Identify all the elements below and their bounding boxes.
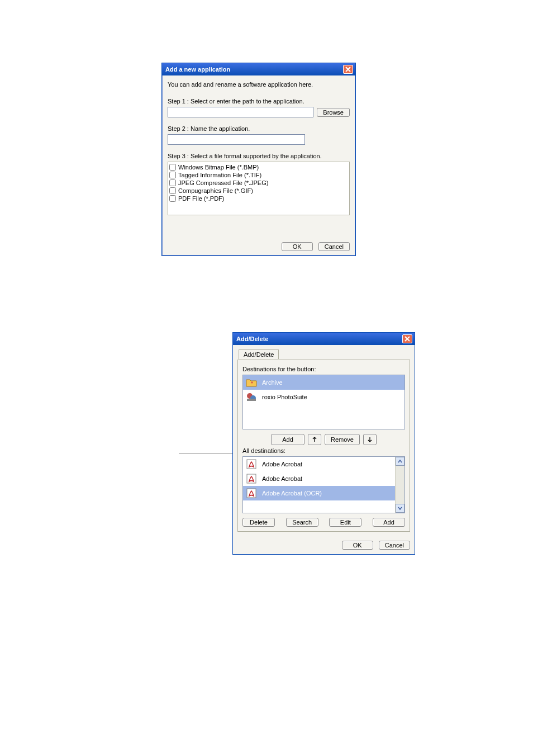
format-checkbox[interactable] bbox=[169, 164, 176, 171]
list-item-label: Archive bbox=[262, 379, 283, 386]
list-item-label: Adobe Acrobat bbox=[262, 461, 302, 467]
ok-button[interactable]: OK bbox=[282, 242, 313, 251]
format-checkbox[interactable] bbox=[169, 195, 176, 202]
close-button[interactable] bbox=[343, 65, 353, 74]
format-checkbox[interactable] bbox=[169, 172, 176, 178]
tab-add-delete[interactable]: Add/Delete bbox=[239, 349, 279, 359]
file-formats-list: Windows Bitmap File (*.BMP) Tagged Infor… bbox=[168, 162, 350, 215]
browse-button[interactable]: Browse bbox=[317, 108, 350, 117]
format-label: PDF File (*.PDF) bbox=[178, 195, 225, 202]
folder-icon bbox=[245, 377, 258, 388]
add-application-dialog: Add a new application You can add and re… bbox=[161, 63, 356, 256]
chevron-down-icon bbox=[398, 506, 402, 511]
add-delete-dialog: Add/Delete Add/Delete Destinations for t… bbox=[232, 332, 415, 555]
destinations-list[interactable]: Archive roxio PhotoSuite bbox=[242, 375, 405, 429]
format-option[interactable]: JPEG Compressed File (*.JPEG) bbox=[169, 179, 348, 187]
cancel-button[interactable]: Cancel bbox=[318, 242, 350, 251]
tab-panel: Destinations for the button: Archive bbox=[237, 360, 410, 532]
search-button[interactable]: Search bbox=[286, 518, 318, 527]
arrow-down-icon bbox=[367, 437, 373, 442]
acrobat-icon bbox=[245, 488, 258, 499]
cancel-button[interactable]: Cancel bbox=[379, 541, 410, 550]
svg-rect-3 bbox=[247, 460, 256, 469]
close-icon bbox=[345, 67, 351, 72]
format-option[interactable]: PDF File (*.PDF) bbox=[169, 195, 348, 202]
scrollbar[interactable] bbox=[395, 457, 404, 513]
decorative-line bbox=[179, 453, 232, 453]
format-label: Compugraphics File (*.GIF) bbox=[178, 187, 253, 194]
delete-button[interactable]: Delete bbox=[242, 518, 275, 527]
dialog-title: Add a new application bbox=[165, 66, 230, 73]
application-name-input[interactable] bbox=[168, 134, 305, 145]
svg-rect-2 bbox=[247, 399, 256, 401]
move-up-button[interactable] bbox=[308, 434, 321, 445]
chevron-up-icon bbox=[398, 459, 402, 464]
destinations-caption: Destinations for the button: bbox=[242, 366, 405, 372]
format-option[interactable]: Tagged Information File (*.TIF) bbox=[169, 171, 348, 179]
move-down-button[interactable] bbox=[363, 434, 377, 445]
list-item-label: Adobe Acrobat (OCR) bbox=[262, 490, 322, 497]
intro-text: You can add and rename a software applic… bbox=[168, 81, 350, 88]
dialog-title: Add/Delete bbox=[236, 336, 268, 342]
dialog-titlebar: Add a new application bbox=[162, 63, 355, 75]
acrobat-icon bbox=[245, 473, 258, 484]
format-label: Windows Bitmap File (*.BMP) bbox=[178, 164, 259, 171]
list-item[interactable]: Adobe Acrobat bbox=[243, 457, 404, 471]
app-icon bbox=[245, 391, 258, 403]
list-item[interactable]: roxio PhotoSuite bbox=[243, 390, 404, 404]
close-icon bbox=[404, 336, 410, 342]
svg-rect-4 bbox=[247, 474, 256, 483]
format-checkbox[interactable] bbox=[169, 179, 176, 186]
edit-button[interactable]: Edit bbox=[329, 518, 361, 527]
all-destinations-list[interactable]: Adobe Acrobat Adobe Acrobat Adobe Acroba… bbox=[242, 456, 405, 513]
format-option[interactable]: Compugraphics File (*.GIF) bbox=[169, 187, 348, 195]
list-item[interactable]: Archive bbox=[243, 375, 404, 390]
add-button[interactable]: Add bbox=[373, 518, 405, 527]
add-destination-button[interactable]: Add bbox=[271, 434, 304, 445]
list-item[interactable]: Adobe Acrobat (OCR) bbox=[243, 486, 404, 500]
list-item-label: Adobe Acrobat bbox=[262, 475, 302, 482]
dialog-titlebar: Add/Delete bbox=[233, 333, 415, 345]
ok-button[interactable]: OK bbox=[342, 541, 373, 550]
format-option[interactable]: Windows Bitmap File (*.BMP) bbox=[169, 163, 348, 171]
step1-label: Step 1 : Select or enter the path to the… bbox=[168, 98, 350, 105]
format-label: Tagged Information File (*.TIF) bbox=[178, 172, 261, 178]
application-path-input[interactable] bbox=[168, 107, 313, 117]
step3-label: Step 3 : Select a file format supported … bbox=[168, 153, 350, 159]
format-label: JPEG Compressed File (*.JPEG) bbox=[178, 179, 268, 186]
list-item[interactable]: Adobe Acrobat bbox=[243, 471, 404, 486]
scroll-down-button[interactable] bbox=[396, 504, 404, 513]
arrow-up-icon bbox=[312, 437, 317, 442]
format-checkbox[interactable] bbox=[169, 187, 176, 194]
all-destinations-caption: All destinations: bbox=[242, 447, 405, 454]
tab-strip: Add/Delete bbox=[237, 348, 410, 360]
svg-rect-5 bbox=[247, 489, 256, 498]
close-button[interactable] bbox=[402, 334, 412, 343]
scroll-up-button[interactable] bbox=[396, 457, 404, 466]
acrobat-icon bbox=[245, 459, 258, 470]
remove-destination-button[interactable]: Remove bbox=[325, 434, 360, 445]
step2-label: Step 2 : Name the application. bbox=[168, 125, 350, 132]
list-item-label: roxio PhotoSuite bbox=[262, 394, 307, 400]
